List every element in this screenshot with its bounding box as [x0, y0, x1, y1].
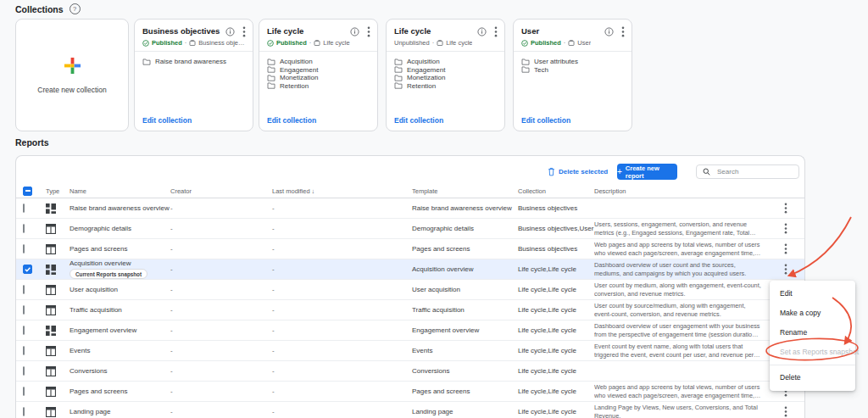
menu-divider	[770, 365, 855, 365]
row-checkbox[interactable]	[23, 285, 25, 294]
folder-name: Monetization	[280, 74, 318, 81]
row-menu-icon[interactable]	[766, 243, 804, 254]
row-checkbox[interactable]	[23, 244, 25, 254]
folder-item[interactable]: Monetization	[394, 74, 497, 82]
collection-card: Business objectivesPublished·Business ob…	[134, 19, 253, 131]
report-name: User acquisition	[70, 286, 118, 293]
folder-item[interactable]: Acquisition	[394, 58, 497, 66]
table-row[interactable]: Raise brand awareness overview--Raise br…	[16, 198, 804, 219]
row-menu-icon[interactable]	[766, 264, 804, 275]
menu-item-edit[interactable]: Edit	[770, 284, 855, 304]
info-icon[interactable]	[477, 27, 487, 36]
row-checkbox[interactable]	[23, 203, 25, 213]
report-template: Pages and screens	[412, 387, 518, 395]
table-row[interactable]: Engagement overview--Engagement overview…	[16, 320, 804, 341]
detail-report-icon	[46, 244, 70, 254]
collection-folder-list: User attributesTech	[514, 52, 632, 74]
row-menu-icon[interactable]	[766, 223, 804, 234]
row-menu-icon[interactable]	[766, 406, 804, 417]
row-checkbox[interactable]	[23, 346, 25, 355]
header-name[interactable]: Name	[70, 187, 170, 195]
row-checkbox[interactable]	[23, 407, 25, 416]
edit-collection-link[interactable]: Edit collection	[267, 116, 316, 125]
search-input[interactable]	[715, 167, 793, 176]
table-row[interactable]: Pages and screens--Pages and screensBusi…	[16, 239, 804, 259]
folder-icon	[394, 75, 403, 81]
create-new-collection-card[interactable]: Create new collection	[15, 19, 129, 131]
table-row[interactable]: Pages and screens--Pages and screensLife…	[16, 382, 804, 402]
table-row[interactable]: Acquisition overviewCurrent Reports snap…	[16, 259, 804, 280]
header-last-modified[interactable]: Last modified ↓	[272, 187, 412, 195]
report-name: Events	[70, 347, 90, 354]
report-template: User acquisition	[412, 286, 518, 293]
detail-report-icon	[46, 407, 70, 417]
collection-card-actions	[477, 26, 498, 37]
header-description[interactable]: Description	[594, 187, 766, 195]
header-creator[interactable]: Creator	[170, 187, 272, 195]
table-row[interactable]: Traffic acquisition--Traffic acquisition…	[16, 300, 804, 320]
report-collection: Life cycle,Life cycle	[518, 367, 594, 375]
row-menu-icon[interactable]	[766, 203, 804, 214]
more-options-icon[interactable]	[621, 26, 625, 37]
folder-item[interactable]: Retention	[394, 82, 497, 91]
more-options-icon[interactable]	[242, 26, 246, 37]
create-new-report-button[interactable]: + Create new report	[617, 164, 677, 180]
table-row[interactable]: User acquisition--User acquisitionLife c…	[16, 280, 804, 300]
collection-card-header: Life cyclePublished·Life cycle	[259, 20, 377, 52]
folder-icon	[521, 66, 530, 73]
folder-item[interactable]: Engagement	[267, 66, 370, 75]
separator-dot: ·	[432, 39, 435, 47]
report-template: Engagement overview	[412, 326, 518, 334]
table-row[interactable]: Landing page--Landing pageLife cycle,Lif…	[16, 402, 804, 418]
select-all-checkbox[interactable]	[23, 187, 32, 196]
row-checkbox-cell	[23, 387, 46, 395]
edit-collection-link[interactable]: Edit collection	[142, 116, 192, 125]
help-icon[interactable]: ?	[70, 3, 81, 14]
menu-item-delete[interactable]: Delete	[770, 368, 855, 387]
edit-collection-link[interactable]: Edit collection	[521, 116, 570, 125]
row-checkbox[interactable]	[23, 387, 25, 396]
folder-item[interactable]: Acquisition	[267, 58, 370, 66]
more-options-icon[interactable]	[367, 26, 370, 37]
header-template[interactable]: Template	[412, 187, 518, 195]
row-checkbox[interactable]	[23, 265, 32, 274]
collection-status-row: Unpublished·Life cycle	[394, 39, 497, 47]
info-icon[interactable]	[604, 27, 614, 36]
menu-item-set-as-reports-snapshot: Set as Reports snapshot	[770, 343, 855, 362]
search-box[interactable]	[696, 164, 799, 179]
row-checkbox-cell	[23, 347, 46, 354]
report-collection: Business objectives	[518, 245, 594, 253]
table-row[interactable]: Demographic details--Demographic details…	[16, 219, 804, 239]
folder-item[interactable]: User attributes	[521, 58, 624, 66]
report-description: Web pages and app screens by total views…	[594, 241, 766, 257]
info-icon[interactable]	[225, 27, 235, 36]
report-description: Event count by event name, along with to…	[594, 343, 766, 359]
edit-collection-link[interactable]: Edit collection	[394, 116, 443, 125]
menu-item-make-a-copy[interactable]: Make a copy	[770, 304, 855, 323]
folder-item[interactable]: Engagement	[394, 66, 497, 75]
header-type[interactable]: Type	[46, 187, 70, 195]
delete-selected-button[interactable]: Delete selected	[548, 164, 608, 180]
delete-selected-label: Delete selected	[559, 168, 608, 176]
row-checkbox[interactable]	[23, 305, 25, 315]
folder-item[interactable]: Tech	[521, 66, 624, 75]
row-checkbox-cell	[23, 204, 46, 212]
report-creator: -	[170, 306, 272, 314]
menu-item-rename[interactable]: Rename	[770, 323, 855, 343]
folder-name: Tech	[534, 66, 548, 74]
row-checkbox[interactable]	[23, 326, 25, 335]
info-icon[interactable]	[350, 27, 359, 36]
row-checkbox[interactable]	[23, 366, 25, 376]
folder-item[interactable]: Retention	[267, 82, 370, 91]
table-row[interactable]: Events--EventsLife cycle,Life cycleEvent…	[16, 341, 804, 361]
collection-type-icon	[568, 40, 575, 47]
folder-name: User attributes	[534, 58, 578, 65]
report-last-modified: -	[272, 347, 412, 354]
folder-item[interactable]: Monetization	[267, 74, 370, 82]
row-checkbox[interactable]	[23, 224, 25, 233]
report-name-cell: User acquisition	[70, 286, 170, 293]
more-options-icon[interactable]	[494, 26, 498, 37]
header-collection[interactable]: Collection	[518, 187, 594, 195]
folder-item[interactable]: Raise brand awareness	[142, 58, 245, 66]
table-row[interactable]: Conversions--ConversionsLife cycle,Life …	[16, 361, 804, 382]
